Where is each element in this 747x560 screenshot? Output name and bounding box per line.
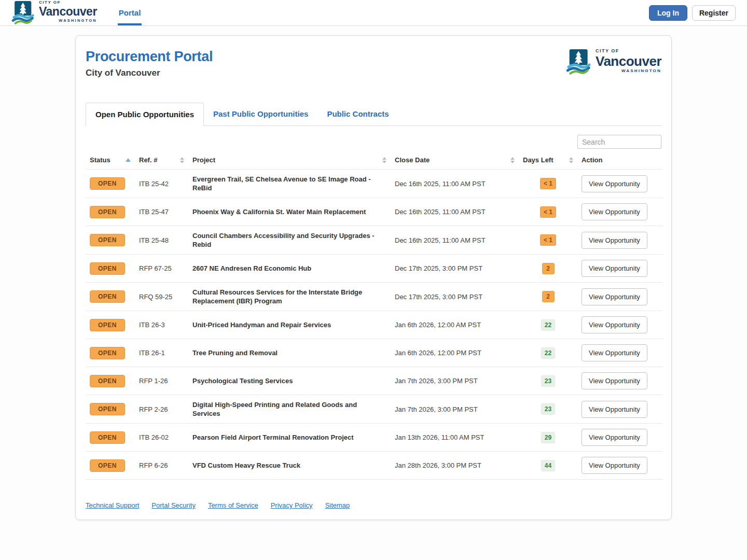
days-left-cell: 2	[519, 255, 577, 283]
close-date-cell: Jan 6th 2026, 12:00 AM PST	[391, 311, 519, 339]
status-cell: OPEN	[86, 311, 135, 339]
action-cell: View Opportunity	[577, 226, 662, 255]
status-badge: OPEN	[90, 375, 125, 387]
status-cell: OPEN	[86, 198, 135, 226]
procurement-portal-card: Procurement Portal City of Vancouver CIT…	[75, 35, 672, 520]
footer-links: Technical Support Portal Security Terms …	[86, 501, 661, 509]
close-date-cell: Dec 16th 2025, 11:00 AM PST	[391, 226, 519, 255]
tab-public-contracts[interactable]: Public Contracts	[317, 103, 398, 125]
status-badge: OPEN	[90, 459, 125, 472]
logo-city-of: CITY OF	[596, 49, 661, 53]
ref-cell: RFP 6-26	[135, 452, 188, 480]
days-left-badge: 22	[541, 347, 555, 359]
view-opportunity-button[interactable]: View Opportunity	[582, 316, 647, 333]
view-opportunity-button[interactable]: View Opportunity	[582, 372, 647, 389]
tab-open-public-opportunities[interactable]: Open Public Opportunities	[86, 103, 204, 126]
days-left-cell: < 1	[519, 198, 577, 226]
column-header-status[interactable]: Status	[86, 152, 135, 170]
status-badge: OPEN	[90, 177, 125, 190]
action-cell: View Opportunity	[577, 311, 662, 339]
days-left-badge: < 1	[540, 206, 556, 218]
project-cell: Cultural Resources Services for the Inte…	[188, 283, 391, 311]
status-cell: OPEN	[86, 283, 135, 311]
vancouver-logo-icon	[11, 1, 35, 25]
logo-state: WASHINGTON	[59, 19, 97, 23]
sort-icon	[569, 157, 573, 163]
close-date-cell: Jan 7th 2026, 3:00 PM PST	[391, 367, 519, 395]
topbar-actions: Log In Register	[649, 0, 736, 25]
action-cell: View Opportunity	[577, 255, 662, 283]
view-opportunity-button[interactable]: View Opportunity	[582, 457, 647, 474]
status-badge: OPEN	[90, 319, 125, 331]
view-opportunity-button[interactable]: View Opportunity	[582, 288, 647, 305]
status-badge: OPEN	[90, 206, 125, 218]
table-row: OPEN RFQ 59-25 Cultural Resources Servic…	[86, 283, 662, 311]
table-row: OPEN ITB 26-1 Tree Pruning and Removal J…	[86, 339, 662, 367]
column-header-days-left[interactable]: Days Left	[519, 152, 577, 170]
close-date-cell: Dec 17th 2025, 3:00 PM PST	[391, 283, 519, 311]
view-opportunity-button[interactable]: View Opportunity	[582, 175, 647, 192]
table-row: OPEN ITB 25-47 Phoenix Way & California …	[86, 198, 662, 226]
table-row: OPEN ITB 25-48 Council Chambers Accessib…	[86, 226, 662, 255]
sort-icon	[180, 157, 184, 163]
table-row: OPEN RFP 67-25 2607 NE Andresen Rd Econo…	[86, 255, 662, 283]
action-cell: View Opportunity	[577, 283, 662, 311]
status-cell: OPEN	[86, 339, 135, 367]
opportunity-tabs: Open Public Opportunities Past Public Op…	[86, 103, 661, 126]
login-button[interactable]: Log In	[649, 5, 687, 21]
ref-cell: ITB 25-48	[135, 226, 188, 255]
tab-past-public-opportunities[interactable]: Past Public Opportunities	[204, 103, 317, 125]
action-cell: View Opportunity	[577, 170, 662, 198]
top-bar: CITY OF Vancouver WASHINGTON Portal Log …	[0, 0, 747, 26]
action-cell: View Opportunity	[577, 339, 662, 367]
page-title: Procurement Portal	[86, 49, 213, 65]
ref-cell: RFP 2-26	[135, 395, 188, 424]
logo-name: Vancouver	[39, 6, 97, 18]
view-opportunity-button[interactable]: View Opportunity	[582, 344, 647, 361]
days-left-badge: 23	[541, 375, 555, 387]
footer-link-terms-of-service[interactable]: Terms of Service	[208, 501, 258, 509]
footer-link-privacy-policy[interactable]: Privacy Policy	[271, 501, 313, 509]
close-date-cell: Jan 7th 2026, 3:00 PM PST	[391, 395, 519, 424]
footer-link-portal-security[interactable]: Portal Security	[151, 501, 196, 509]
table-row: OPEN RFP 1-26 Psychological Testing Serv…	[86, 367, 662, 395]
table-row: OPEN ITB 26-02 Pearson Field Airport Ter…	[86, 424, 662, 452]
view-opportunity-button[interactable]: View Opportunity	[582, 429, 647, 446]
days-left-cell: < 1	[519, 170, 577, 198]
page-subtitle: City of Vancouver	[86, 68, 213, 78]
ref-cell: ITB 26-3	[135, 311, 188, 339]
project-cell: Unit-Priced Handyman and Repair Services	[188, 311, 391, 339]
column-header-ref[interactable]: Ref. #	[135, 152, 188, 170]
view-opportunity-button[interactable]: View Opportunity	[582, 260, 647, 277]
status-cell: OPEN	[86, 424, 135, 452]
project-cell: Pearson Field Airport Terminal Renovatio…	[188, 424, 391, 452]
ref-cell: RFQ 59-25	[135, 283, 188, 311]
vancouver-logo-icon	[566, 49, 592, 76]
footer-link-sitemap[interactable]: Sitemap	[325, 501, 350, 509]
project-cell: Psychological Testing Services	[188, 367, 391, 395]
days-left-cell: 29	[519, 424, 577, 452]
column-header-close-date[interactable]: Close Date	[391, 152, 519, 170]
view-opportunity-button[interactable]: View Opportunity	[582, 232, 647, 249]
ref-cell: ITB 26-02	[135, 424, 188, 452]
status-cell: OPEN	[86, 367, 135, 395]
status-badge: OPEN	[90, 290, 125, 303]
view-opportunity-button[interactable]: View Opportunity	[582, 203, 647, 220]
column-header-project[interactable]: Project	[188, 152, 391, 170]
days-left-badge: 29	[541, 432, 555, 443]
status-cell: OPEN	[86, 255, 135, 283]
action-cell: View Opportunity	[577, 367, 662, 395]
footer-link-technical-support[interactable]: Technical Support	[86, 501, 139, 509]
table-header-row: Status Ref. # Project Close Date Days Le…	[86, 152, 662, 170]
status-badge: OPEN	[90, 403, 125, 415]
ref-cell: ITB 25-42	[135, 170, 188, 198]
table-row: OPEN ITB 26-3 Unit-Priced Handyman and R…	[86, 311, 662, 339]
register-button[interactable]: Register	[692, 5, 736, 21]
project-cell: VFD Custom Heavy Rescue Truck	[188, 452, 391, 480]
nav-portal-link[interactable]: Portal	[118, 0, 142, 25]
view-opportunity-button[interactable]: View Opportunity	[582, 401, 647, 418]
status-badge: OPEN	[90, 262, 125, 275]
project-cell: Tree Pruning and Removal	[188, 339, 391, 367]
action-cell: View Opportunity	[577, 452, 662, 480]
search-input[interactable]	[577, 135, 661, 149]
